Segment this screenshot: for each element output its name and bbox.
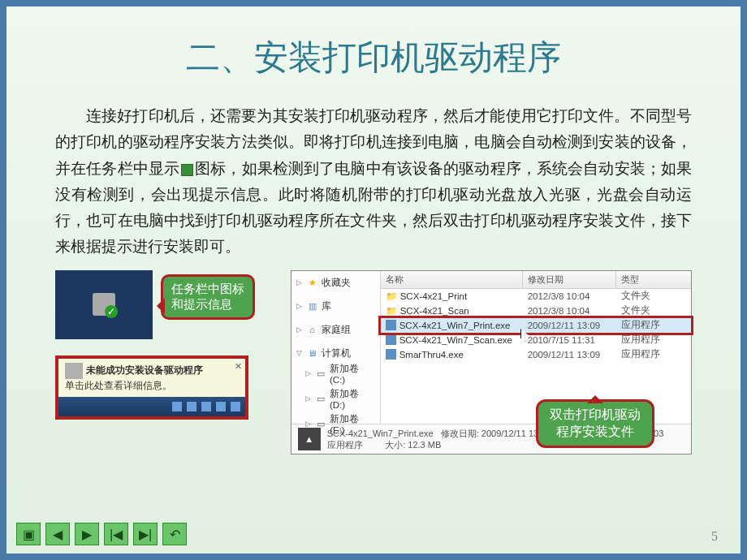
chevron-right-icon: ▷ — [305, 394, 311, 403]
nav-label: 新加卷 (D:) — [330, 388, 375, 410]
computer-icon: 🖥 — [307, 347, 318, 359]
file-date: 2012/3/8 10:04 — [523, 306, 616, 316]
first-button[interactable]: |◀ — [104, 523, 128, 545]
exe-icon — [386, 320, 396, 330]
tray-icon — [201, 402, 211, 411]
chevron-right-icon: ▷ — [305, 369, 311, 377]
tray-icon — [172, 402, 182, 411]
file-row: SCX-4x21_Win7_Scan.exe2010/7/15 11:31应用程… — [381, 333, 691, 347]
taskbar-icon-showcase — [55, 270, 153, 339]
file-name: SCX-4x21_Scan — [400, 306, 469, 316]
col-modified: 修改日期 — [523, 271, 616, 288]
details-size-label: 大小: — [385, 440, 405, 450]
file-type: 文件夹 — [616, 290, 691, 302]
file-name: SCX-4x21_Win7_Scan.exe — [399, 335, 512, 345]
nav-favorites: ▷★收藏夹 — [294, 275, 378, 291]
tray-icon — [187, 402, 196, 411]
file-pane: 名称 修改日期 类型 📁SCX-4x21_Print2012/3/8 10:04… — [381, 271, 691, 424]
callout-taskbar-icon: 任务栏中图标 和提示信息 — [161, 274, 255, 320]
drive-icon: ▭ — [316, 393, 326, 404]
file-row: SCX-4x21_Win7_Print.exe2009/12/11 13:09应… — [381, 318, 691, 333]
star-icon: ★ — [307, 277, 318, 288]
tray-icon — [216, 402, 226, 411]
file-date: 2010/7/15 11:31 — [523, 335, 616, 345]
callout-line1: 双击打印机驱动 — [550, 407, 641, 424]
nav-computer: ▽🖥计算机 — [294, 346, 378, 361]
file-name: SCX-4x21_Win7_Print.exe — [399, 321, 511, 330]
callout-line2: 程序安装文件 — [550, 424, 641, 441]
details-filetype: 应用程序 — [327, 440, 363, 450]
nav-homegroup: ▷⌂家庭组 — [294, 322, 378, 338]
notification-balloon: ✕ 未能成功安装设备驱动程序 单击此处查看详细信息。 — [58, 359, 245, 397]
file-rows: 📁SCX-4x21_Print2012/3/8 10:04文件夹📁SCX-4x2… — [381, 289, 691, 362]
nav-label: 计算机 — [322, 347, 351, 360]
file-row: 📁SCX-4x21_Print2012/3/8 10:04文件夹 — [381, 289, 691, 304]
callout-line2: 和提示信息 — [171, 297, 244, 312]
nav-label: 新加卷 (C:) — [330, 363, 375, 385]
return-button[interactable]: ↶ — [162, 523, 187, 545]
close-icon: ✕ — [235, 360, 242, 373]
slide-canvas: 二、安装打印机驱动程序 连接好打印机后，还需要为其安装打印机驱动程序，然后才能使… — [6, 6, 741, 554]
nav-drive-c: ▷▭新加卷 (C:) — [294, 361, 378, 386]
col-type: 类型 — [616, 271, 691, 288]
device-ready-icon — [93, 293, 115, 316]
file-row: SmarThru4.exe2009/12/11 13:09应用程序 — [381, 347, 691, 362]
nav-pane: ▷★收藏夹 ▷▥库 ▷⌂家庭组 ▽🖥计算机 ▷▭新加卷 (C:) ▷▭新加卷 (… — [291, 271, 381, 424]
illustration-row: 任务栏中图标 和提示信息 ✕ 未能成功安装设备驱动程序 单击此处查看详细信息。 — [55, 270, 692, 455]
library-icon: ▥ — [307, 300, 318, 312]
slide-nav-buttons: ▣ ◀ ▶ |◀ ▶| ↶ — [16, 523, 187, 545]
next-button[interactable]: ▶ — [75, 523, 99, 545]
tray-icon — [231, 402, 240, 411]
explorer-body: ▷★收藏夹 ▷▥库 ▷⌂家庭组 ▽🖥计算机 ▷▭新加卷 (C:) ▷▭新加卷 (… — [291, 271, 691, 424]
chevron-right-icon: ▷ — [296, 278, 302, 286]
file-type: 文件夹 — [616, 304, 691, 317]
notification-title: 未能成功安装设备驱动程序 — [86, 364, 203, 376]
home-button[interactable]: ▣ — [16, 523, 41, 545]
exe-icon — [386, 349, 396, 360]
folder-icon: 📁 — [386, 291, 397, 302]
nav-label: 库 — [322, 300, 331, 312]
body-paragraph: 连接好打印机后，还需要为其安装打印机驱动程序，然后才能使用它打印文件。不同型号的… — [55, 103, 692, 261]
slide-title: 二、安装打印机驱动程序 — [55, 35, 692, 80]
exe-icon — [386, 334, 396, 345]
inline-device-icon — [181, 164, 193, 176]
col-name: 名称 — [381, 271, 523, 288]
notification-subtext: 单击此处查看详细信息。 — [65, 379, 239, 393]
folder-icon: 📁 — [386, 305, 397, 317]
file-date: 2009/12/11 13:09 — [523, 350, 616, 360]
explorer-window: ▷★收藏夹 ▷▥库 ▷⌂家庭组 ▽🖥计算机 ▷▭新加卷 (C:) ▷▭新加卷 (… — [291, 270, 692, 455]
chevron-right-icon: ▷ — [296, 302, 302, 310]
file-date: 2012/3/8 10:04 — [523, 291, 616, 301]
install-device-icon — [65, 363, 83, 379]
chevron-right-icon: ▷ — [305, 420, 311, 428]
file-type: 应用程序 — [616, 348, 691, 360]
file-name: SCX-4x21_Print — [400, 291, 467, 301]
nav-label: 收藏夹 — [322, 277, 351, 289]
left-illustration: 任务栏中图标 和提示信息 ✕ 未能成功安装设备驱动程序 单击此处查看详细信息。 — [55, 270, 266, 420]
drive-icon: ▭ — [316, 368, 326, 379]
file-type: 应用程序 — [616, 334, 691, 346]
details-filename: SCX-4x21_Win7_Print.exe — [327, 429, 434, 438]
nav-libraries: ▷▥库 — [294, 299, 378, 314]
file-name: SmarThru4.exe — [399, 350, 464, 360]
homegroup-icon: ⌂ — [307, 324, 318, 335]
application-icon: ▲ — [298, 428, 321, 450]
file-date: 2009/12/11 13:09 — [523, 321, 616, 330]
callout-double-click: 双击打印机驱动 程序安装文件 — [536, 399, 654, 448]
last-button[interactable]: ▶| — [133, 523, 158, 545]
file-list-header: 名称 修改日期 类型 — [381, 271, 691, 289]
chevron-down-icon: ▽ — [296, 349, 302, 357]
file-type: 应用程序 — [616, 319, 691, 331]
file-row: 📁SCX-4x21_Scan2012/3/8 10:04文件夹 — [381, 304, 691, 318]
nav-drive-d: ▷▭新加卷 (D:) — [294, 386, 378, 411]
details-size: 12.3 MB — [408, 440, 441, 450]
notification-balloon-highlight: ✕ 未能成功安装设备驱动程序 单击此处查看详细信息。 — [55, 355, 248, 420]
chevron-right-icon: ▷ — [296, 325, 302, 334]
prev-button[interactable]: ◀ — [45, 523, 70, 545]
callout-line1: 任务栏中图标 — [171, 282, 244, 297]
details-modified-label: 修改日期: — [441, 429, 479, 438]
nav-label: 家庭组 — [322, 324, 351, 336]
slide-outer-border: 二、安装打印机驱动程序 连接好打印机后，还需要为其安装打印机驱动程序，然后才能使… — [0, 0, 747, 560]
taskbar-strip — [58, 397, 245, 416]
page-number: 5 — [711, 529, 718, 544]
